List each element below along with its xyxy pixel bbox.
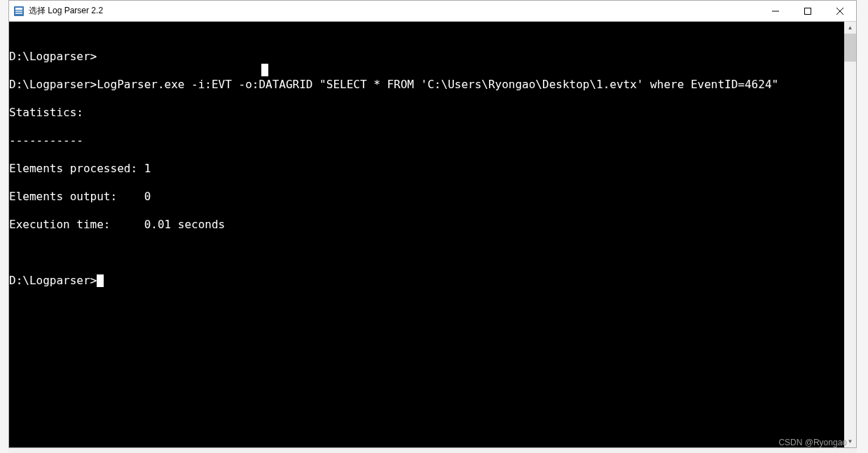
- svg-rect-1: [15, 8, 22, 10]
- console-window: 选择 Log Parser 2.2 D:\Logparser> D:\Logpa…: [8, 0, 857, 448]
- terminal-prompt-line: D:\Logparser>: [9, 274, 844, 288]
- close-button[interactable]: [824, 1, 856, 22]
- terminal-cursor: [97, 274, 104, 287]
- terminal-line: Execution time: 0.01 seconds: [9, 218, 844, 232]
- window-title: 选择 Log Parser 2.2: [29, 5, 103, 17]
- app-icon: [13, 6, 25, 17]
- terminal-line: Statistics:: [9, 106, 844, 120]
- terminal[interactable]: D:\Logparser> D:\Logparser>LogParser.exe…: [9, 22, 844, 447]
- stats-header: Statistics:: [9, 106, 83, 119]
- svg-rect-2: [15, 11, 22, 12]
- title-bar[interactable]: 选择 Log Parser 2.2: [9, 1, 856, 22]
- svg-rect-3: [15, 13, 22, 14]
- vertical-scrollbar[interactable]: ▲ ▼: [844, 22, 856, 447]
- svg-rect-5: [805, 8, 811, 15]
- background-left-sidebar: [0, 0, 8, 453]
- watermark: CSDN @Ryongao: [778, 438, 847, 447]
- terminal-line: Elements processed: 1: [9, 162, 844, 176]
- window-controls: [759, 1, 856, 22]
- terminal-line: D:\Logparser>LogParser.exe -i:EVT -o:DAT…: [9, 78, 844, 92]
- scroll-thumb[interactable]: [844, 34, 856, 62]
- terminal-line: Elements output: 0: [9, 190, 844, 204]
- scroll-track[interactable]: [844, 34, 856, 435]
- terminal-line: -----------: [9, 134, 844, 148]
- background-right-sidebar: [857, 0, 868, 453]
- selection-cursor: [261, 64, 268, 76]
- terminal-prompt: D:\Logparser>: [9, 274, 97, 287]
- scroll-up-arrow[interactable]: ▲: [844, 22, 856, 34]
- terminal-container: D:\Logparser> D:\Logparser>LogParser.exe…: [9, 22, 856, 447]
- maximize-button[interactable]: [792, 1, 824, 22]
- minimize-button[interactable]: [759, 1, 792, 22]
- terminal-line: D:\Logparser>: [9, 50, 844, 64]
